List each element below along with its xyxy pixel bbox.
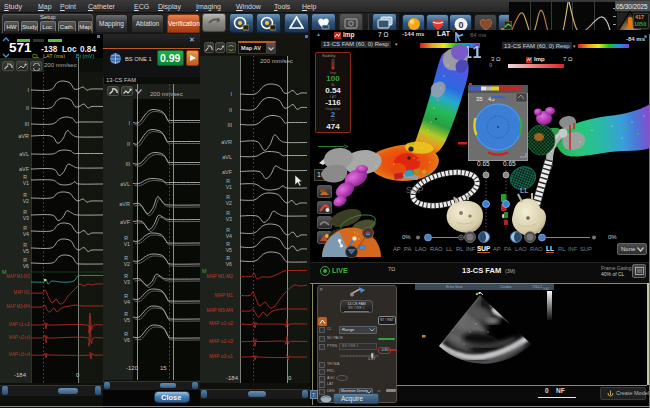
svg-text:LL: LL bbox=[520, 186, 528, 195]
svg-text:SUP: SUP bbox=[406, 185, 424, 195]
svg-text:35: 35 bbox=[476, 96, 483, 102]
svg-text:0: 0 bbox=[458, 19, 463, 29]
